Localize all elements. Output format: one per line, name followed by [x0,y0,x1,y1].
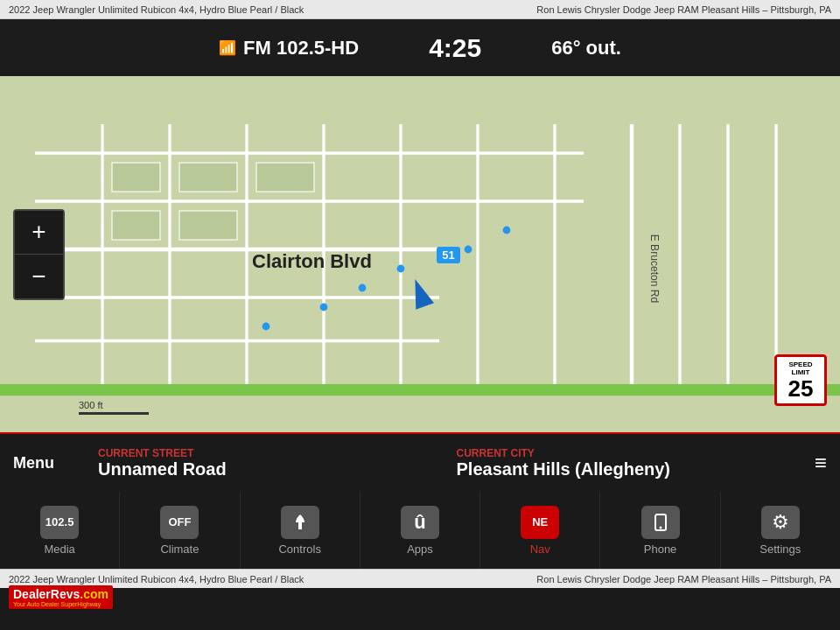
listing-bottom-bar: 2022 Jeep Wrangler Unlimited Rubicon 4x4… [0,569,840,588]
climate-button[interactable]: OFF Climate [120,492,240,569]
map-svg: E Bruceton Rd [0,76,840,432]
nav-buttons-row: 102.5 Media OFF Climate Controls û Apps … [0,492,840,569]
apps-button[interactable]: û Apps [360,492,480,569]
svg-point-27 [465,246,472,254]
outside-temp: 66° out. [551,37,621,60]
svg-rect-18 [112,163,160,192]
climate-label: Climate [160,542,199,556]
svg-point-23 [262,323,270,331]
svg-text:E Bruceton Rd: E Bruceton Rd [648,234,661,304]
phone-label: Phone [644,542,677,556]
settings-label: Settings [760,542,801,556]
svg-point-33 [659,526,662,528]
speed-limit-number: 25 [779,377,822,400]
settings-icon: ⚙ [761,506,800,539]
current-city-info: Current City Pleasant Hills (Allegheny) [439,447,798,480]
current-street-label: Current Street [98,447,422,459]
controls-icon [281,506,319,539]
svg-rect-31 [298,522,302,529]
current-city-value: Pleasant Hills (Allegheny) [457,459,780,480]
info-header: 📶 FM 102.5-HD 4:25 66° out. [0,19,840,76]
dealer-logo-text: DealerRevs.com Your Auto Dealer SuperHig… [9,585,113,609]
apps-label: Apps [407,542,433,556]
svg-rect-21 [112,211,160,240]
current-street-info: Current Street Unnamed Road [80,447,439,480]
dealer-name-bottom: Ron Lewis Chrysler Dodge Jeep RAM Pleasa… [536,574,831,584]
signal-icon: 📶 [219,39,236,56]
dealer-name-top: Ron Lewis Chrysler Dodge Jeep RAM Pleasa… [536,4,831,15]
svg-point-26 [397,265,405,273]
radio-info: 📶 FM 102.5-HD [219,37,359,60]
settings-button[interactable]: ⚙ Settings [721,492,840,569]
phone-button[interactable]: Phone [600,492,720,569]
current-city-label: Current City [457,447,780,459]
map-area: E Bruceton Rd + − Clairton Blvd 51 300 f… [0,76,840,432]
nav-icon: NE [521,506,559,539]
menu-button[interactable]: Menu [13,454,54,472]
scale-bar: 300 ft [79,400,149,415]
media-icon: 102.5 [40,506,79,539]
scale-label-text: 300 ft [79,400,103,410]
time-display: 4:25 [429,33,481,63]
phone-icon [641,506,680,539]
listing-title: 2022 Jeep Wrangler Unlimited Rubicon 4x4… [9,4,304,15]
speed-limit-sign: SPEED LIMIT 25 [774,354,827,406]
svg-rect-19 [179,163,237,192]
infotainment-screen: 📶 FM 102.5-HD 4:25 66° out. [0,19,840,569]
controls-button[interactable]: Controls [241,492,360,569]
hamburger-menu-button[interactable]: ≡ [815,451,827,475]
radio-station: FM 102.5-HD [243,37,359,60]
listing-title-bottom: 2022 Jeep Wrangler Unlimited Rubicon 4x4… [9,574,304,584]
zoom-out-button[interactable]: − [15,255,63,298]
temperature-display: 66° out. [551,37,621,60]
media-button[interactable]: 102.5 Media [0,492,120,569]
apps-icon: û [401,506,439,539]
listing-top-bar: 2022 Jeep Wrangler Unlimited Rubicon 4x4… [0,0,840,19]
controls-label: Controls [278,542,320,556]
zoom-in-button[interactable]: + [15,211,63,255]
svg-point-25 [359,284,367,292]
svg-rect-0 [0,76,840,432]
scale-line [79,412,149,415]
svg-rect-20 [256,163,314,192]
current-street-value: Unnamed Road [98,459,422,480]
road-name-label: Clairton Blvd [252,250,372,273]
climate-icon: OFF [160,506,199,539]
bottom-info-strip: Menu Current Street Unnamed Road Current… [0,432,840,492]
zoom-controls[interactable]: + − [13,209,65,300]
svg-point-28 [503,227,511,234]
svg-rect-1 [0,384,840,396]
dealer-logo: DealerRevs.com Your Auto Dealer SuperHig… [9,585,113,609]
svg-point-24 [320,304,328,312]
nav-button[interactable]: NE Nav [480,492,600,569]
route-badge: 51 [437,247,459,263]
nav-label: Nav [530,542,550,556]
clock: 4:25 [429,33,481,63]
svg-rect-22 [179,211,237,240]
media-label: Media [44,542,74,556]
